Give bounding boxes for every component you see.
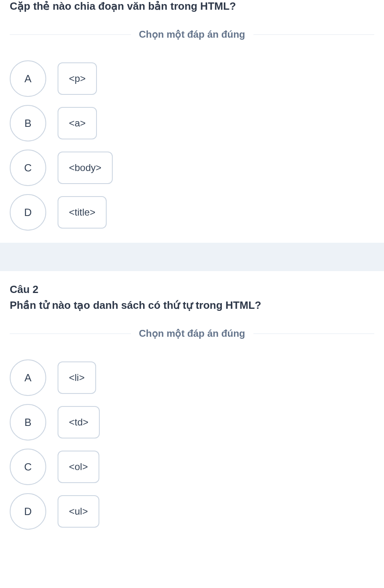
question-text: Phần tử nào tạo danh sách có thứ tự tron… bbox=[10, 299, 374, 312]
option-value: <title> bbox=[58, 196, 107, 229]
instruction-divider: Chọn một đáp án đúng bbox=[10, 328, 374, 339]
option-value: <a> bbox=[58, 107, 97, 139]
option-value: <p> bbox=[58, 62, 97, 95]
divider-line-right bbox=[253, 34, 375, 35]
option-a[interactable]: A <li> bbox=[10, 359, 374, 396]
option-letter: B bbox=[10, 105, 46, 141]
option-b[interactable]: B <td> bbox=[10, 404, 374, 440]
option-letter: C bbox=[10, 449, 46, 485]
option-c[interactable]: C <ol> bbox=[10, 449, 374, 485]
option-letter: C bbox=[10, 150, 46, 186]
instruction-text: Chọn một đáp án đúng bbox=[131, 328, 253, 339]
question-number: Câu 2 bbox=[10, 271, 374, 296]
option-letter: B bbox=[10, 404, 46, 440]
question-block-1: Cặp thẻ nào chia đoạn văn bản trong HTML… bbox=[0, 0, 384, 243]
instruction-divider: Chọn một đáp án đúng bbox=[10, 29, 374, 40]
option-value: <li> bbox=[58, 361, 96, 394]
option-letter: D bbox=[10, 194, 46, 231]
option-letter: A bbox=[10, 60, 46, 97]
option-d[interactable]: D <ul> bbox=[10, 493, 374, 530]
options-list: A <li> B <td> C <ol> D <ul> bbox=[10, 359, 374, 530]
question-block-2: Câu 2 Phần tử nào tạo danh sách có thứ t… bbox=[0, 271, 384, 542]
question-text: Cặp thẻ nào chia đoạn văn bản trong HTML… bbox=[10, 0, 374, 13]
option-value: <ol> bbox=[58, 451, 99, 483]
option-b[interactable]: B <a> bbox=[10, 105, 374, 141]
option-value: <body> bbox=[58, 152, 113, 184]
divider-line-left bbox=[10, 334, 131, 334]
option-a[interactable]: A <p> bbox=[10, 60, 374, 97]
section-divider bbox=[0, 243, 384, 271]
option-value: <ul> bbox=[58, 495, 99, 528]
option-d[interactable]: D <title> bbox=[10, 194, 374, 231]
option-letter: A bbox=[10, 359, 46, 396]
divider-line-right bbox=[253, 334, 375, 334]
option-c[interactable]: C <body> bbox=[10, 150, 374, 186]
option-letter: D bbox=[10, 493, 46, 530]
option-value: <td> bbox=[58, 406, 100, 438]
instruction-text: Chọn một đáp án đúng bbox=[131, 29, 253, 40]
options-list: A <p> B <a> C <body> D <title> bbox=[10, 60, 374, 231]
divider-line-left bbox=[10, 34, 131, 35]
